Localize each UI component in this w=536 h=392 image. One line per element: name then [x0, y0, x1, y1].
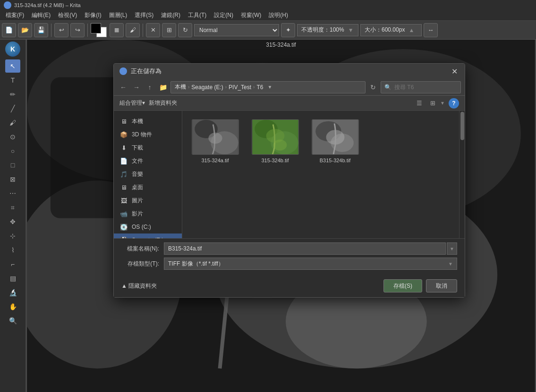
hidden-folder-button[interactable]: ▲ 隱藏資料夾: [121, 282, 157, 290]
file-item-2[interactable]: B315-324b.tif: [308, 117, 362, 166]
save-dialog-button[interactable]: 存檔(S): [383, 279, 422, 292]
tool-eyedropper[interactable]: 🔬: [5, 286, 20, 299]
view-list-button[interactable]: ☰: [414, 98, 425, 109]
nav-item-documents[interactable]: 📄 文件: [114, 154, 182, 167]
view-grid-button[interactable]: ⊞: [427, 98, 438, 109]
blend-mode-select[interactable]: Normal: [194, 24, 279, 36]
canvas-area[interactable]: 315-324a.tif: [26, 40, 536, 392]
filetype-dropdown-arrow: ▼: [448, 261, 453, 267]
size-up-icon[interactable]: ▲: [408, 27, 414, 33]
nav-item-osc[interactable]: 💽 OS (C:): [114, 220, 182, 234]
tool-freehand[interactable]: ✏: [5, 88, 20, 101]
help-button[interactable]: ?: [449, 98, 459, 108]
nav-item-desktop[interactable]: 🖥 桌面: [114, 181, 182, 194]
folder-icon-button[interactable]: 📁: [157, 82, 169, 93]
nav-item-local[interactable]: 🖥 本機: [114, 115, 182, 128]
tool-text[interactable]: T: [5, 74, 20, 87]
tool-paths[interactable]: ⌇: [5, 243, 20, 257]
open-button[interactable]: 📂: [18, 23, 32, 37]
dialog-bottom-form: 檔案名稱(N): ▼ 存檔類型(T): TIFF 影像（*.tif *.tiff…: [114, 238, 465, 276]
nav-item-documents-label: 文件: [132, 157, 143, 165]
eraser-button[interactable]: ✕: [146, 23, 160, 37]
toolbar: 📄 📂 💾 ↩ ↪ ▦ 🖌 ✕ ⊞ ↻ Normal ✦ 不透明度：100% ▼…: [0, 21, 536, 40]
tool-move[interactable]: ✥: [5, 215, 20, 228]
toolbox: K ↖ T ✏ ╱ 🖌 ⊙ ○ □ ⊠ ⋯ ⌗ ✥ ⊹ ⌇ ⌐ ▤ 🔬 ✋ 🔍: [0, 40, 26, 392]
menu-file[interactable]: 檔案(F): [2, 10, 28, 20]
tool-select-freehand[interactable]: ⋯: [5, 187, 20, 200]
tool-crop[interactable]: ⌗: [5, 201, 20, 214]
view-dropdown-icon[interactable]: ▼: [440, 100, 445, 106]
foreground-color-swatch[interactable]: [91, 23, 101, 33]
dialog-scrollbar-thumb[interactable]: [460, 112, 464, 140]
blend-option-button[interactable]: ✦: [281, 23, 295, 37]
downloads-icon: ⬇: [119, 143, 128, 152]
tool-paint[interactable]: 🖌: [5, 116, 20, 129]
tool-rectangle[interactable]: □: [5, 158, 20, 172]
back-button[interactable]: ←: [118, 82, 129, 93]
menu-select[interactable]: 選擇(S): [131, 10, 157, 20]
mirror-button[interactable]: ⊞: [162, 23, 176, 37]
menu-settings[interactable]: 設定(N): [210, 10, 237, 20]
svg-point-21: [273, 140, 287, 150]
save-dialog: 正在儲存為 ✕ ← → ↑ 📁 本機 › Seagate (E:) › PIV_…: [113, 63, 465, 298]
file-item-1[interactable]: 315-324b.tif: [248, 117, 302, 166]
menu-window[interactable]: 視窗(W): [237, 10, 265, 20]
app-icon: [4, 1, 11, 9]
menu-help[interactable]: 說明(H): [265, 10, 292, 20]
opacity-dropdown-icon[interactable]: ▼: [348, 27, 354, 33]
tool-cursor[interactable]: ↖: [5, 59, 20, 73]
dialog-close-button[interactable]: ✕: [450, 67, 459, 76]
dialog-nav-panel: 🖥 本機 📦 3D 物件 ⬇ 下載 📄 文: [114, 111, 182, 238]
path-dropdown-button[interactable]: ▼: [265, 83, 274, 92]
mirror-horiz-button[interactable]: ↔: [424, 23, 438, 37]
organize-button[interactable]: 組合管理▾: [119, 98, 145, 109]
menu-edit[interactable]: 編輯(E): [28, 10, 54, 20]
file-item-0[interactable]: 315-324a.tif: [188, 117, 242, 166]
filename-input[interactable]: [164, 242, 446, 255]
new-button[interactable]: 📄: [2, 23, 16, 37]
menu-tool[interactable]: 工具(T): [184, 10, 210, 20]
dialog-scrollbar[interactable]: [459, 111, 465, 238]
refresh-button[interactable]: ↻: [367, 82, 379, 93]
tool-ellipse[interactable]: ○: [5, 144, 20, 158]
nav-item-seagate[interactable]: 💾 Seagate (E:): [114, 234, 182, 238]
up-button[interactable]: ↑: [144, 82, 155, 93]
tool-gradient[interactable]: ▤: [5, 272, 20, 285]
color-swatches[interactable]: [91, 23, 108, 37]
menu-view[interactable]: 檢視(V): [54, 10, 81, 20]
nav-item-pictures[interactable]: 🖼 圖片: [114, 194, 182, 207]
undo-button[interactable]: ↩: [54, 23, 68, 37]
cancel-dialog-button[interactable]: 取消: [426, 279, 457, 292]
path-bar[interactable]: 本機 › Seagate (E:) › PIV_Test › T6 ▼: [170, 81, 366, 93]
file-area[interactable]: 315-324a.tif: [182, 111, 459, 238]
dialog-title-icon: [119, 67, 127, 75]
redo-button[interactable]: ↪: [70, 23, 85, 37]
tool-fill[interactable]: ⊙: [5, 130, 20, 143]
nav-item-music[interactable]: 🎵 音樂: [114, 167, 182, 181]
search-input[interactable]: [381, 81, 461, 93]
new-folder-button[interactable]: 新增資料夾: [149, 98, 177, 109]
nav-item-videos[interactable]: 📹 影片: [114, 207, 182, 220]
save-button[interactable]: 💾: [34, 23, 48, 37]
view-toggle: ☰ ⊞ ▼: [414, 98, 445, 109]
tool-transform[interactable]: ⊹: [5, 229, 20, 242]
forward-button[interactable]: →: [131, 82, 142, 93]
tool-calligraphy[interactable]: ⌐: [5, 258, 20, 271]
brush-preset-button[interactable]: 🖌: [126, 23, 140, 37]
tool-line[interactable]: ╱: [5, 102, 20, 115]
rotate-button[interactable]: ↻: [178, 23, 192, 37]
filetype-dropdown[interactable]: TIFF 影像（*.tif *.tiff） ▼: [164, 258, 457, 270]
tool-zoom[interactable]: 🔍: [5, 314, 20, 327]
file-name-1: 315-324b.tif: [261, 158, 289, 163]
tool-select-rect[interactable]: ⊠: [5, 173, 20, 186]
nav-item-3d[interactable]: 📦 3D 物件: [114, 128, 182, 141]
menu-filter[interactable]: 濾鏡(R): [157, 10, 184, 20]
dialog-navbar: ← → ↑ 📁 本機 › Seagate (E:) › PIV_Test › T…: [114, 79, 465, 96]
pattern-button[interactable]: ▦: [110, 23, 124, 37]
tool-pan[interactable]: ✋: [5, 300, 20, 313]
size-control: 大小：600.00px ▲: [360, 24, 422, 36]
menu-layer[interactable]: 圖層(L): [105, 10, 131, 20]
menu-image[interactable]: 影像(I): [81, 10, 105, 20]
filename-dropdown-icon[interactable]: ▼: [447, 242, 457, 255]
nav-item-downloads[interactable]: ⬇ 下載: [114, 141, 182, 154]
